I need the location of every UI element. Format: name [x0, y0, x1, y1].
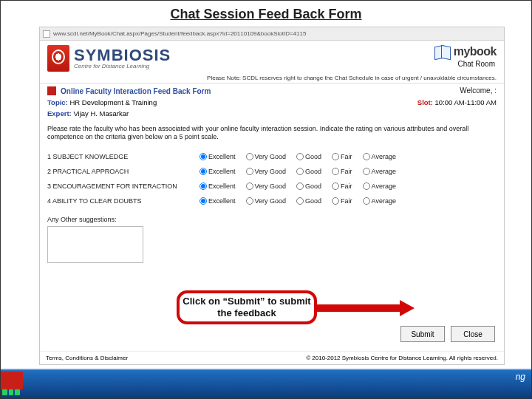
rating-label: Good — [305, 179, 321, 194]
rating-radio[interactable] — [246, 183, 253, 190]
mybook-logo: mybook — [434, 45, 497, 58]
cutoff-text: ng — [516, 372, 525, 382]
rating-option[interactable]: Good — [296, 194, 321, 208]
rating-radio[interactable] — [200, 183, 207, 190]
close-button[interactable]: Close — [451, 326, 495, 342]
rating-option[interactable]: Very Good — [246, 194, 287, 208]
rating-option[interactable]: Fair — [332, 179, 352, 194]
callout-box: Click on “Submit” to submit the feedback — [177, 290, 317, 324]
rating-radio[interactable] — [363, 153, 370, 160]
copyright-text: © 2010-2012 Symbiosis Centre for Distanc… — [306, 355, 498, 361]
chat-room-label: Chat Room — [457, 60, 497, 68]
rating-option[interactable]: Excellent — [200, 179, 236, 194]
rating-option[interactable]: Excellent — [200, 164, 236, 179]
rating-label: Average — [372, 194, 396, 208]
topic-label: Topic: — [47, 98, 68, 106]
expert-value: Vijay H. Masarkar — [73, 109, 129, 117]
url-text: www.scdl.net/MyBook/Chat.aspx/Pages/Stud… — [53, 30, 501, 37]
terms-link[interactable]: Terms, Conditions & Disclaimer — [46, 355, 128, 361]
slot-value: 10:00 AM-11:00 AM — [435, 98, 497, 106]
criteria-row: 3 ENCOURAGEMENT FOR INTERACTIONExcellent… — [44, 179, 499, 194]
slot-label: Slot: — [417, 98, 433, 106]
expert-label: Expert: — [47, 109, 72, 117]
rating-option[interactable]: Excellent — [200, 194, 236, 208]
rating-option[interactable]: Good — [296, 164, 321, 179]
rating-option[interactable]: Very Good — [246, 149, 287, 164]
rating-label: Average — [372, 179, 396, 194]
callout-arrow-icon — [317, 302, 415, 314]
rating-option[interactable]: Fair — [332, 164, 352, 179]
rating-label: Excellent — [208, 164, 236, 179]
rating-radio[interactable] — [363, 183, 370, 190]
rating-label: Very Good — [255, 164, 287, 179]
rating-label: Fair — [341, 149, 352, 164]
welcome-text: Welcome, : — [460, 86, 497, 95]
rating-radio[interactable] — [332, 183, 339, 190]
rating-radio[interactable] — [332, 197, 339, 205]
rating-radio[interactable] — [332, 168, 339, 175]
rating-option[interactable]: Fair — [332, 194, 352, 208]
suggestions-label: Any Other suggestions: — [40, 211, 504, 225]
rating-option[interactable]: Good — [296, 179, 321, 194]
rating-radio[interactable] — [296, 197, 304, 205]
criteria-label: 4 ABILITY TO CLEAR DOUBTS — [44, 194, 200, 208]
slide: Chat Session Feed Back Form www.scdl.net… — [0, 0, 532, 399]
criteria-list: 1 SUBJECT KNOWLEDGEExcellentVery GoodGoo… — [40, 145, 504, 211]
rating-radio[interactable] — [246, 153, 253, 160]
rating-radio[interactable] — [363, 197, 370, 205]
rating-group: ExcellentVery GoodGoodFairAverage — [200, 164, 396, 179]
rating-option[interactable]: Average — [363, 164, 396, 179]
topic-value: HR Development & Training — [69, 98, 157, 106]
rating-radio[interactable] — [296, 183, 304, 190]
instructions-text: Please rate the faculty who has been ass… — [40, 119, 504, 145]
rating-option[interactable]: Average — [363, 179, 396, 194]
rating-radio[interactable] — [246, 197, 253, 205]
rating-radio[interactable] — [200, 168, 207, 175]
rating-label: Fair — [341, 164, 352, 179]
rating-radio[interactable] — [200, 153, 207, 160]
rating-option[interactable]: Very Good — [246, 179, 287, 194]
rating-label: Very Good — [255, 149, 287, 164]
rating-label: Average — [372, 164, 396, 179]
taskbar-fragment — [1, 388, 21, 398]
schedule-note: Please Note: SCDL reserves right to chan… — [40, 73, 504, 83]
rating-radio[interactable] — [296, 168, 304, 175]
rating-group: ExcellentVery GoodGoodFairAverage — [200, 149, 396, 164]
rating-option[interactable]: Average — [363, 194, 396, 208]
rating-radio[interactable] — [296, 153, 304, 160]
rating-radio[interactable] — [363, 168, 370, 175]
rating-label: Good — [305, 164, 321, 179]
rating-option[interactable]: Average — [363, 149, 396, 164]
rating-option[interactable]: Fair — [332, 149, 352, 164]
rating-label: Good — [305, 194, 321, 208]
rating-option[interactable]: Excellent — [200, 149, 236, 164]
header-right: mybook Chat Room — [434, 45, 497, 68]
rating-label: Fair — [341, 179, 352, 194]
form-title-text: Online Faculty Interaction Feed Back For… — [61, 87, 211, 95]
expert-row: Expert: Vijay H. Masarkar — [40, 108, 504, 119]
rating-radio[interactable] — [246, 168, 253, 175]
criteria-row: 1 SUBJECT KNOWLEDGEExcellentVery GoodGoo… — [44, 149, 499, 164]
rating-radio[interactable] — [200, 197, 207, 205]
criteria-row: 4 ABILITY TO CLEAR DOUBTSExcellentVery G… — [44, 194, 499, 208]
rating-label: Excellent — [208, 149, 236, 164]
rating-group: ExcellentVery GoodGoodFairAverage — [200, 179, 396, 194]
corner-emblem — [1, 372, 23, 389]
form-title-row: Online Faculty Interaction Feed Back For… — [40, 83, 504, 97]
page-header: SYMBIOSIS Centre for Distance Learning m… — [40, 41, 504, 73]
criteria-label: 2 PRACTICAL APPROACH — [44, 164, 200, 179]
rating-radio[interactable] — [332, 153, 339, 160]
address-bar: www.scdl.net/MyBook/Chat.aspx/Pages/Stud… — [40, 27, 504, 41]
rating-option[interactable]: Very Good — [246, 164, 287, 179]
rating-label: Excellent — [208, 194, 236, 208]
brand-main: SYMBIOSIS — [74, 47, 171, 64]
suggestions-input[interactable] — [47, 226, 143, 263]
rating-group: ExcellentVery GoodGoodFairAverage — [200, 194, 396, 208]
rating-option[interactable]: Good — [296, 149, 321, 164]
rating-label: Average — [372, 149, 396, 164]
topic-row: Topic: HR Development & Training Slot: 1… — [40, 97, 504, 108]
submit-button[interactable]: Submit — [400, 326, 445, 342]
mybook-text: mybook — [454, 45, 497, 58]
rating-label: Fair — [341, 194, 352, 208]
symbiosis-logo: SYMBIOSIS Centre for Distance Learning — [47, 45, 171, 72]
